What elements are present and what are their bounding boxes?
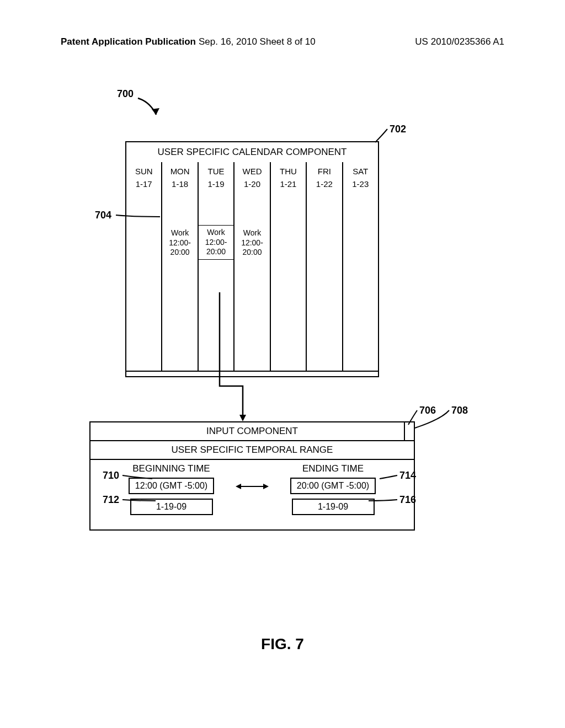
input-title: INPUT COMPONENT [206,426,298,436]
day-date: 1-20 [234,176,269,190]
calendar-col-sat: SAT1-23 [343,162,378,371]
calendar-event: Work12:00-20:00 [236,228,268,258]
day-body [343,190,378,371]
page-header: Patent Application Publication Sep. 16, … [0,36,565,47]
ref-706: 706 [419,405,436,416]
figure-label: FIG. 7 [0,635,565,653]
calendar-col-mon: MON1-18Work12:00-20:00 [162,162,198,371]
calendar-event: Work12:00-20:00 [163,228,196,258]
calendar-col-thu: THU1-21 [271,162,307,371]
calendar-bottom-strip [125,372,379,377]
calendar-grid: SUN1-17MON1-18Work12:00-20:00TUE1-19Work… [125,162,379,372]
double-arrow-icon [236,481,269,492]
day-body [307,190,342,371]
svg-marker-2 [263,484,269,489]
calendar-col-wed: WED1-20Work12:00-20:00 [234,162,270,371]
end-time-box: 20:00 (GMT -5:00) [290,478,376,494]
begin-label: BEGINNING TIME [90,460,252,477]
day-date: 1-18 [162,176,197,190]
day-date: 1-23 [343,176,378,190]
day-header: THU [271,162,306,176]
begin-column: BEGINNING TIME 12:00 (GMT -5:00) 1-19-09 [90,460,252,516]
day-body [271,190,306,371]
ref-702: 702 [390,124,406,135]
day-date: 1-19 [199,176,233,190]
day-body: Work12:00-20:00 [234,190,269,371]
calendar-col-tue: TUE1-19Work12:00-20:00 [199,162,234,371]
end-date-box: 1-19-09 [292,499,375,515]
header-mid: Sep. 16, 2010 Sheet 8 of 10 [199,36,316,47]
begin-date-box: 1-19-09 [130,499,213,515]
day-body: Work12:00-20:00 [162,190,197,371]
calendar-title: USER SPECIFIC CALENDAR COMPONENT [125,141,379,162]
calendar-col-sun: SUN1-17 [126,162,162,371]
end-column: ENDING TIME 20:00 (GMT -5:00) 1-19-09 [252,460,414,516]
input-corner-box [404,422,414,440]
day-header: SUN [126,162,161,176]
ref-700: 700 [117,88,134,100]
input-component: INPUT COMPONENT USER SPECIFIC TEMPORAL R… [89,421,415,531]
svg-marker-3 [152,108,159,115]
header-left: Patent Application Publication [61,36,196,47]
ref-704: 704 [95,210,111,221]
svg-marker-4 [239,415,246,421]
calendar-event: Work12:00-20:00 [198,225,234,260]
day-body [126,190,161,371]
svg-marker-1 [236,484,241,489]
day-date: 1-22 [307,176,342,190]
day-date: 1-17 [126,176,161,190]
day-date: 1-21 [271,176,306,190]
day-body: Work12:00-20:00 [199,190,233,371]
day-header: MON [162,162,197,176]
begin-time-box: 12:00 (GMT -5:00) [129,478,214,494]
input-subtitle: USER SPECIFIC TEMPORAL RANGE [90,441,414,460]
input-title-row: INPUT COMPONENT [90,422,414,441]
day-header: SAT [343,162,378,176]
calendar-component: USER SPECIFIC CALENDAR COMPONENT SUN1-17… [125,141,379,377]
ref-708: 708 [451,405,468,416]
day-header: FRI [307,162,342,176]
day-header: WED [234,162,269,176]
day-header: TUE [199,162,233,176]
end-label: ENDING TIME [252,460,414,477]
header-right: US 2010/0235366 A1 [415,36,504,47]
calendar-col-fri: FRI1-22 [307,162,343,371]
input-columns: BEGINNING TIME 12:00 (GMT -5:00) 1-19-09… [90,460,414,516]
